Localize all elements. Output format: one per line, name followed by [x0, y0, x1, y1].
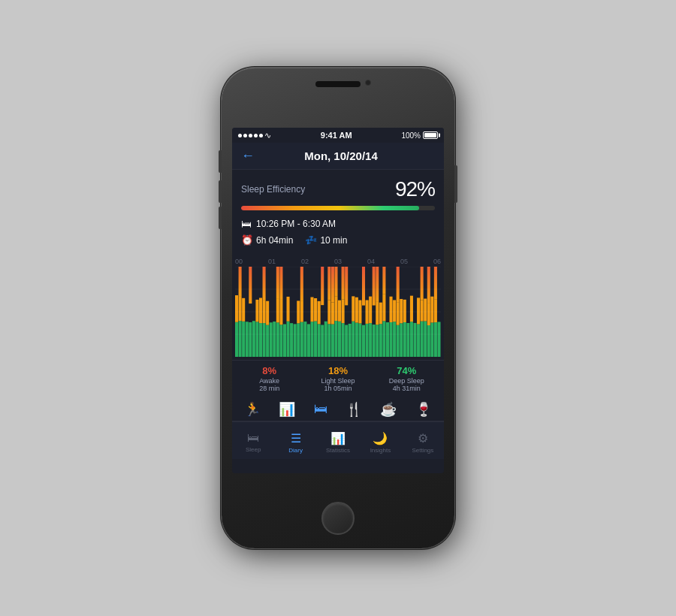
home-button[interactable] — [321, 502, 355, 535]
status-time: 9:41 AM — [321, 131, 352, 140]
time-label-2: 02 — [301, 258, 309, 265]
signal-dot-5 — [259, 134, 263, 137]
awake-duration: 28 min — [235, 385, 303, 392]
signal-dot-4 — [254, 134, 258, 137]
camera — [365, 80, 371, 86]
interruption-stat: 💤 10 min — [305, 234, 347, 246]
deep-sleep-name: Deep Sleep — [373, 377, 441, 385]
back-button[interactable]: ← — [241, 148, 255, 164]
tab-sleep[interactable]: 🛏 Sleep — [232, 428, 274, 453]
time-range: 10:26 PM - 6:30 AM — [256, 219, 336, 229]
deep-sleep-pct: 74% — [373, 365, 441, 376]
status-bar: ∿ 9:41 AM 100% — [232, 128, 444, 143]
signal-dot-2 — [243, 134, 247, 137]
wifi-icon: ∿ — [264, 131, 271, 140]
activity-stats-icon[interactable]: 📊 — [279, 401, 295, 418]
efficiency-progress-bar — [241, 206, 435, 210]
deep-sleep-stat: 74% Deep Sleep 4h 31min — [373, 365, 441, 392]
battery-fill — [424, 133, 436, 137]
tab-settings-label: Settings — [412, 447, 433, 454]
battery-icon — [423, 131, 438, 139]
tab-settings-icon: ⚙ — [418, 431, 428, 445]
light-sleep-duration: 1h 05min — [303, 385, 372, 392]
activity-run-icon[interactable]: 🏃 — [244, 401, 261, 418]
chart-section: 00 01 02 03 04 05 06 8% Awake 28 min — [232, 258, 444, 395]
efficiency-value: 92% — [395, 177, 435, 201]
tab-insights-label: Insights — [370, 447, 391, 454]
time-label-1: 01 — [268, 258, 276, 265]
phone-screen: ∿ 9:41 AM 100% ← Mon, 10/20/14 Sleep Eff… — [232, 128, 444, 473]
tab-diary-icon: ☰ — [291, 431, 301, 445]
speaker-bar — [315, 81, 361, 87]
awake-stat: 8% Awake 28 min — [235, 365, 303, 392]
battery-area: 100% — [401, 131, 438, 140]
activity-drink-icon[interactable]: 🍷 — [415, 401, 432, 418]
tab-insights-icon: 🌙 — [373, 431, 388, 445]
activity-sleep-icon[interactable]: 🛏 — [314, 401, 327, 418]
tab-diary-label: Diary — [288, 447, 303, 454]
tab-statistics-label: Statistics — [326, 447, 350, 454]
signal-area: ∿ — [238, 131, 271, 140]
main-content: Sleep Efficiency 92% 🛏 10:26 PM - 6:30 A… — [232, 170, 444, 255]
time-range-row: 🛏 10:26 PM - 6:30 AM — [241, 218, 435, 230]
bed-icon: 🛏 — [241, 218, 252, 230]
light-sleep-stat: 18% Light Sleep 1h 05min — [303, 365, 372, 392]
time-label-5: 05 — [400, 258, 408, 265]
interruption-time: 10 min — [320, 235, 347, 246]
time-label-4: 04 — [367, 258, 375, 265]
tab-insights[interactable]: 🌙 Insights — [359, 428, 401, 454]
battery-pct: 100% — [401, 131, 421, 140]
duration-stat: ⏰ 6h 04min — [241, 234, 293, 246]
tab-settings[interactable]: ⚙ Settings — [402, 428, 444, 454]
tab-sleep-label: Sleep — [246, 446, 261, 453]
nav-bar: ← Mon, 10/20/14 — [232, 143, 444, 170]
light-sleep-pct: 18% — [303, 365, 372, 376]
progress-fill — [241, 206, 419, 210]
tab-statistics-icon: 📊 — [330, 431, 346, 445]
sleep-chart — [235, 267, 441, 357]
tab-diary[interactable]: ☰ Diary — [274, 428, 316, 454]
sleep-duration: 6h 04min — [256, 235, 293, 246]
time-label-3: 03 — [334, 258, 342, 265]
awake-name: Awake — [235, 377, 303, 385]
time-label-6: 06 — [433, 258, 441, 265]
clock-icon: ⏰ — [241, 234, 253, 246]
sleep-stats: 8% Awake 28 min 18% Light Sleep 1h 05min… — [232, 360, 444, 395]
phone-frame: ∿ 9:41 AM 100% ← Mon, 10/20/14 Sleep Eff… — [222, 68, 454, 548]
activity-coffee-icon[interactable]: ☕ — [380, 401, 397, 418]
stats-row: ⏰ 6h 04min 💤 10 min — [241, 234, 435, 246]
tab-bar: 🛏 Sleep ☰ Diary 📊 Statistics 🌙 Insights … — [232, 421, 444, 459]
signal-dot-3 — [249, 134, 252, 137]
deep-sleep-duration: 4h 31min — [373, 385, 441, 392]
light-sleep-name: Light Sleep — [303, 377, 372, 385]
efficiency-row: Sleep Efficiency 92% — [241, 177, 435, 201]
signal-dot-1 — [238, 134, 242, 137]
activity-row: 🏃 📊 🛏 🍴 ☕ 🍷 — [232, 395, 444, 421]
nav-title: Mon, 10/20/14 — [261, 149, 421, 162]
tab-sleep-icon: 🛏 — [247, 431, 259, 445]
interruption-icon: 💤 — [305, 234, 317, 246]
time-label-0: 00 — [235, 258, 243, 265]
activity-food-icon[interactable]: 🍴 — [346, 401, 362, 418]
efficiency-label: Sleep Efficiency — [241, 184, 305, 195]
tab-statistics[interactable]: 📊 Statistics — [317, 428, 359, 454]
awake-pct: 8% — [235, 365, 303, 376]
time-axis: 00 01 02 03 04 05 06 — [232, 258, 444, 265]
